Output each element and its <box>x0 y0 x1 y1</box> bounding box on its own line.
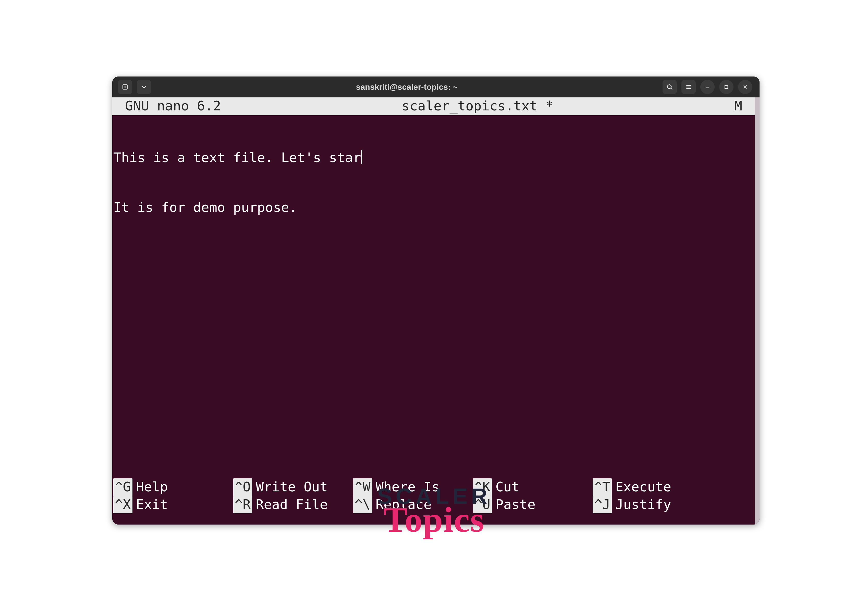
nano-mode: M <box>734 98 752 114</box>
scrollbar[interactable] <box>755 98 759 525</box>
search-button[interactable] <box>663 80 677 94</box>
terminal-body[interactable]: GNU nano 6.2 scaler_topics.txt * M This … <box>112 98 755 525</box>
svg-point-3 <box>667 85 671 89</box>
terminal-window: sanskriti@scaler-topics: ~ GNU nano 6.2 <box>112 77 759 525</box>
svg-line-4 <box>671 88 672 89</box>
nano-version: GNU nano 6.2 <box>125 98 221 114</box>
nano-filename: scaler_topics.txt * <box>221 98 734 114</box>
nano-status-line: GNU nano 6.2 scaler_topics.txt * M <box>112 98 755 115</box>
logo-text-topics: Topics <box>377 499 491 540</box>
editor-line: This is a text file. Let's star <box>113 149 755 166</box>
window-titlebar: sanskriti@scaler-topics: ~ <box>112 77 759 98</box>
editor-line: It is for demo purpose. <box>113 199 755 216</box>
window-title: sanskriti@scaler-topics: ~ <box>151 82 663 92</box>
shortcut-read-file: ^R Read File <box>233 496 353 513</box>
maximize-button[interactable] <box>719 80 734 94</box>
editor-area[interactable]: This is a text file. Let's star It is fo… <box>112 115 755 249</box>
shortcut-execute: ^T Execute <box>593 479 713 496</box>
shortcut-justify: ^J Justify <box>593 496 713 513</box>
svg-rect-9 <box>725 86 728 89</box>
dropdown-button[interactable] <box>137 80 151 94</box>
minimize-button[interactable] <box>700 80 715 94</box>
scaler-topics-logo: SCALER Topics <box>377 483 491 540</box>
shortcut-write-out: ^O Write Out <box>233 479 353 496</box>
new-tab-button[interactable] <box>118 80 132 94</box>
text-cursor <box>361 150 362 164</box>
shortcut-exit: ^X Exit <box>113 496 233 513</box>
hamburger-menu-button[interactable] <box>681 80 696 94</box>
shortcut-help: ^G Help <box>113 479 233 496</box>
close-button[interactable] <box>738 80 752 94</box>
